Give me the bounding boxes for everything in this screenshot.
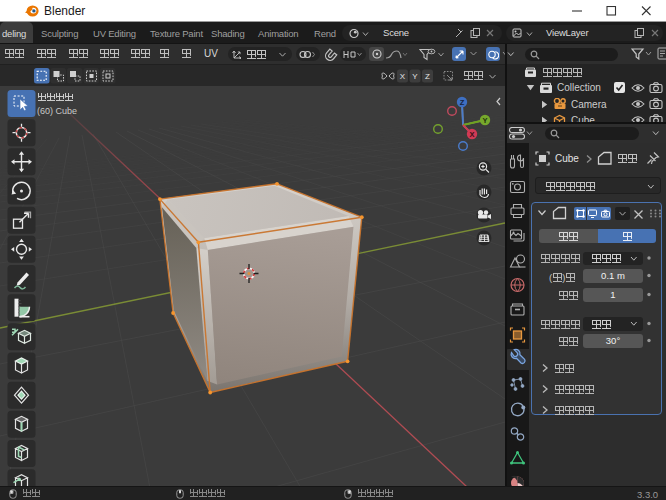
svg-text:Z: Z (460, 98, 465, 107)
svg-text:Z: Z (425, 72, 430, 81)
svg-text:Y: Y (412, 72, 418, 81)
svg-text:X: X (469, 130, 474, 139)
svg-text:X: X (400, 72, 406, 81)
svg-text:Y: Y (482, 116, 487, 125)
